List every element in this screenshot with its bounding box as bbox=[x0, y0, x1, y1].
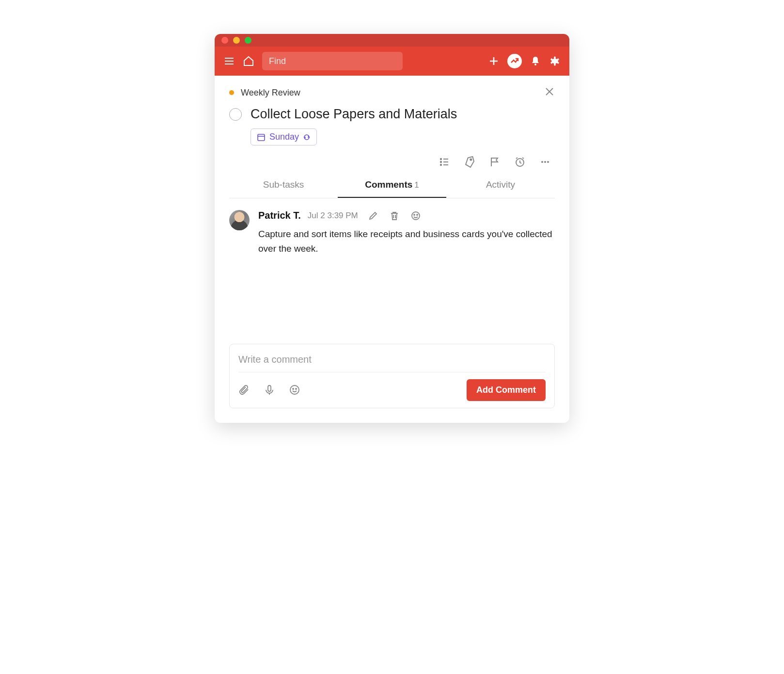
due-date-label: Sunday bbox=[269, 132, 299, 142]
recurring-icon bbox=[303, 133, 311, 141]
comment-input[interactable] bbox=[238, 351, 546, 372]
window-minimize-button[interactable] bbox=[233, 37, 240, 44]
svg-rect-27 bbox=[268, 385, 271, 391]
comment-item: Patrick T. Jul 2 3:39 PM Cap bbox=[229, 210, 555, 257]
more-icon[interactable] bbox=[539, 156, 551, 168]
add-comment-button[interactable]: Add Comment bbox=[467, 379, 546, 401]
project-name[interactable]: Weekly Review bbox=[241, 88, 300, 98]
search-input[interactable] bbox=[262, 52, 403, 70]
close-button[interactable] bbox=[544, 86, 555, 99]
edit-icon[interactable] bbox=[368, 210, 378, 221]
notifications-icon[interactable] bbox=[530, 55, 541, 67]
window-maximize-button[interactable] bbox=[245, 37, 251, 44]
svg-point-30 bbox=[293, 388, 294, 389]
svg-point-20 bbox=[544, 161, 546, 163]
tab-subtasks[interactable]: Sub-tasks bbox=[229, 173, 338, 198]
attachment-icon[interactable] bbox=[238, 384, 250, 396]
menu-icon[interactable] bbox=[223, 55, 235, 67]
microphone-icon[interactable] bbox=[264, 384, 275, 396]
task-checkbox[interactable] bbox=[229, 108, 242, 121]
home-icon[interactable] bbox=[243, 55, 254, 67]
avatar bbox=[229, 210, 250, 230]
svg-point-25 bbox=[414, 214, 415, 215]
window-titlebar bbox=[215, 34, 569, 47]
settings-icon[interactable] bbox=[549, 55, 561, 67]
task-detail-panel: Weekly Review Collect Loose Papers and M… bbox=[215, 76, 569, 423]
window-close-button[interactable] bbox=[221, 37, 228, 44]
comment-timestamp: Jul 2 3:39 PM bbox=[308, 211, 358, 221]
svg-rect-9 bbox=[258, 134, 265, 141]
project-color-dot bbox=[229, 90, 234, 95]
app-window: Weekly Review Collect Loose Papers and M… bbox=[215, 34, 569, 423]
svg-point-29 bbox=[290, 385, 299, 394]
svg-point-17 bbox=[470, 159, 472, 160]
svg-point-24 bbox=[412, 212, 420, 220]
emoji-picker-icon[interactable] bbox=[289, 384, 300, 396]
due-date-chip[interactable]: Sunday bbox=[251, 128, 317, 145]
tag-icon[interactable] bbox=[464, 156, 475, 168]
tab-activity[interactable]: Activity bbox=[446, 173, 555, 198]
svg-point-13 bbox=[440, 164, 441, 165]
svg-point-19 bbox=[541, 161, 543, 163]
comment-composer: Add Comment bbox=[229, 344, 555, 408]
tab-comments[interactable]: Comments1 bbox=[338, 173, 446, 198]
comment-author: Patrick T. bbox=[258, 210, 301, 221]
app-toolbar bbox=[215, 47, 569, 76]
subtasks-icon[interactable] bbox=[439, 156, 450, 168]
tab-comments-label: Comments bbox=[365, 179, 412, 190]
svg-point-21 bbox=[547, 161, 549, 163]
reminder-icon[interactable] bbox=[514, 156, 526, 168]
comment-text: Capture and sort items like receipts and… bbox=[258, 227, 555, 257]
emoji-icon[interactable] bbox=[410, 210, 421, 221]
delete-icon[interactable] bbox=[389, 210, 400, 221]
svg-point-26 bbox=[417, 214, 418, 215]
svg-point-5 bbox=[534, 64, 536, 65]
task-title[interactable]: Collect Loose Papers and Materials bbox=[251, 107, 457, 122]
svg-point-11 bbox=[440, 159, 441, 160]
tab-comments-count: 1 bbox=[414, 180, 419, 190]
productivity-icon[interactable] bbox=[507, 54, 522, 68]
tab-bar: Sub-tasks Comments1 Activity bbox=[229, 173, 555, 198]
svg-point-12 bbox=[440, 161, 441, 162]
add-icon[interactable] bbox=[488, 55, 500, 67]
flag-icon[interactable] bbox=[489, 156, 501, 168]
svg-point-31 bbox=[296, 388, 297, 389]
